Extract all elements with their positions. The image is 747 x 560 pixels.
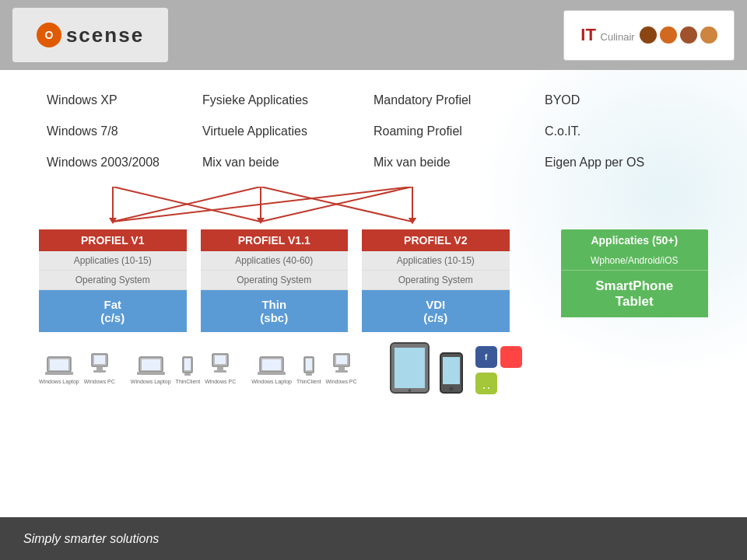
laptop-icon-1: Windows Laptop	[39, 355, 79, 384]
device-group-1: Windows Laptop Windows PC	[39, 352, 115, 384]
tablet-device	[388, 341, 431, 394]
svg-rect-24	[184, 373, 191, 376]
pc-icon-3: Windows PC	[325, 352, 356, 384]
pc-icon-1: Windows PC	[84, 352, 115, 384]
profile-v1: PROFIEL V1 Applicaties (10-15) Operating…	[39, 229, 187, 332]
android-icon	[475, 373, 497, 394]
svg-point-48	[481, 379, 492, 387]
profile-v1-header: PROFIEL V1	[39, 229, 187, 251]
svg-rect-33	[306, 359, 312, 370]
phone-device	[439, 352, 464, 394]
profile-v2-row1: Applicaties (10-15)	[362, 251, 510, 271]
laptop-icon-2: Windows Laptop	[131, 355, 171, 384]
svg-point-41	[408, 389, 411, 392]
profile-v2-header: PROFIEL V2	[362, 229, 510, 251]
svg-rect-14	[45, 372, 73, 375]
svg-point-44	[449, 387, 453, 391]
row1-col4: BYOD	[537, 93, 708, 107]
profile-v1-1-row2: Operating System	[201, 271, 349, 290]
svg-rect-26	[215, 355, 226, 364]
svg-rect-31	[258, 372, 286, 375]
svg-line-50	[491, 379, 493, 381]
laptop-icon-3: Windows Laptop	[251, 355, 292, 384]
svg-rect-28	[214, 370, 226, 373]
row2-col1: Windows 7/8	[39, 124, 195, 138]
svg-point-46	[483, 387, 485, 389]
row3-col4: Eigen App per OS	[537, 156, 708, 170]
row3-col2: Mix van beide	[195, 156, 366, 170]
row2-col2: Virtuele Applicaties	[195, 124, 366, 138]
food-icons	[640, 26, 717, 44]
profile-v1-1: PROFIEL V1.1 Applicaties (40-60) Operati…	[201, 229, 349, 332]
row2-col3: Roaming Profiel	[366, 124, 537, 138]
devices-row: Windows Laptop Windows PC W	[39, 341, 708, 394]
svg-rect-16	[94, 355, 105, 364]
device-label-laptop-1: Windows Laptop	[39, 379, 79, 384]
svg-rect-38	[335, 370, 348, 373]
device-label-laptop-3: Windows Laptop	[251, 379, 292, 384]
it-culinair-logo: IT Culinair	[563, 10, 735, 61]
profiles-section: PROFIEL V1 Applicaties (10-15) Operating…	[39, 229, 708, 332]
tablet-icon	[388, 341, 431, 394]
grid-row-1: Windows XP Fysieke Applicaties Mandatory…	[39, 93, 708, 107]
byod-footer: SmartPhone Tablet	[561, 271, 709, 317]
profile-v1-row1: Applicaties (10-15)	[39, 251, 187, 271]
row3-col3: Mix van beide	[366, 156, 537, 170]
app-icons-row1: f	[475, 346, 522, 368]
device-group-2: Windows Laptop ThinClient Windows PC	[131, 352, 236, 384]
profile-v1-1-footer: Thin (sbc)	[201, 290, 349, 332]
oscense-icon: O	[37, 23, 61, 47]
bottom-bar: Simply smarter solutions	[0, 517, 747, 560]
svg-rect-17	[96, 366, 103, 370]
profile-v1-1-header: PROFIEL V1.1	[201, 229, 349, 251]
svg-rect-20	[142, 359, 160, 370]
main-content: Windows XP Fysieke Applicaties Mandatory…	[0, 70, 747, 410]
thin-icon-1: ThinClient	[176, 355, 201, 384]
phone-icon	[439, 352, 464, 394]
logo-box: O scense	[12, 8, 168, 62]
profile-v2-footer: VDI (c/s)	[362, 290, 510, 332]
device-label-pc-2: Windows PC	[205, 379, 236, 384]
it-logo-text: IT	[580, 25, 596, 44]
svg-rect-13	[50, 359, 68, 370]
grid-row-2: Windows 7/8 Virtuele Applicaties Roaming…	[39, 124, 708, 138]
byod-devices: f	[388, 341, 522, 394]
food-dot-3	[680, 26, 697, 44]
app-icon-2	[500, 346, 522, 368]
profile-v1-footer-line2: (c/s)	[47, 311, 179, 324]
arrows-svg	[39, 187, 584, 226]
byod-footer-line2: Tablet	[569, 294, 701, 310]
profile-v2: PROFIEL V2 Applicaties (10-15) Operating…	[362, 229, 510, 332]
profile-v1-footer: Fat (c/s)	[39, 290, 187, 332]
device-label-pc-1: Windows PC	[84, 379, 115, 384]
row1-col3: Mandatory Profiel	[366, 93, 537, 107]
byod-column: Applicaties (50+) Wphone/Android/iOS Sma…	[561, 229, 709, 317]
svg-rect-37	[338, 366, 345, 370]
device-label-pc-3: Windows PC	[325, 379, 356, 384]
svg-point-47	[488, 387, 489, 389]
svg-rect-18	[93, 370, 106, 373]
device-group-3: Windows Laptop ThinClient Windows PC	[251, 352, 356, 384]
grid-row-3: Windows 2003/2008 Mix van beide Mix van …	[39, 156, 708, 170]
device-label-laptop-2: Windows Laptop	[131, 379, 171, 384]
profile-v2-footer-line2: (c/s)	[370, 311, 502, 324]
row1-col2: Fysieke Applicaties	[195, 93, 366, 107]
logo-text: scense	[66, 23, 144, 47]
profile-v2-footer-line1: VDI	[370, 298, 502, 311]
profile-v1-1-row1: Applicaties (40-60)	[201, 251, 349, 271]
profile-v2-row2: Operating System	[362, 271, 510, 290]
top-bar: O scense IT Culinair	[0, 0, 747, 70]
svg-rect-21	[137, 372, 165, 375]
arrows-container	[39, 187, 708, 226]
row3-col1: Windows 2003/2008	[39, 156, 195, 170]
thin-icon-2: ThinClient	[296, 355, 321, 384]
row2-col4: C.o.IT.	[537, 124, 708, 138]
device-label-thin-1: ThinClient	[176, 379, 201, 384]
app-icons-row2	[475, 373, 522, 394]
footer-text: Simply smarter solutions	[23, 532, 159, 546]
svg-line-49	[480, 379, 482, 381]
byod-row2: Wphone/Android/iOS	[561, 251, 709, 271]
svg-rect-30	[262, 359, 281, 370]
byod-row1: Applicaties (50+)	[561, 229, 709, 251]
profile-v1-footer-line1: Fat	[47, 298, 179, 311]
